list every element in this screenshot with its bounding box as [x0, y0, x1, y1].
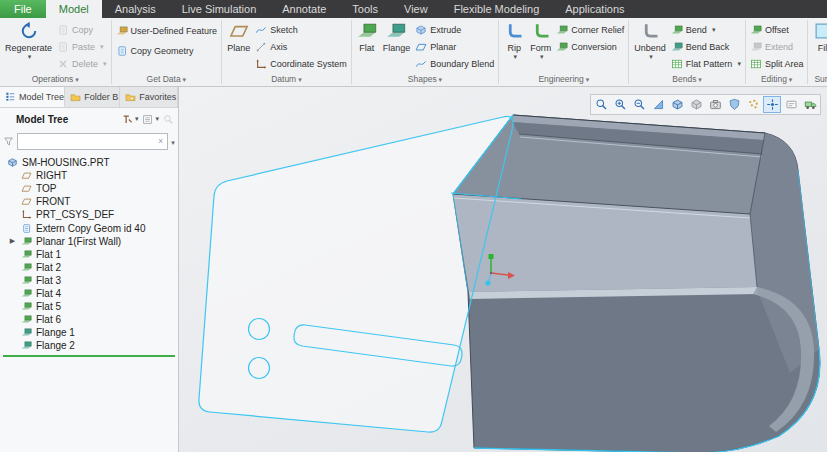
graphics-area[interactable]: [179, 87, 827, 452]
annotation-display-button[interactable]: [782, 96, 800, 113]
bend-back-button[interactable]: Bend Back: [669, 38, 743, 55]
flat-button[interactable]: Flat: [354, 19, 380, 53]
tree-row-flange-2[interactable]: Flange 2: [0, 339, 178, 352]
flat-pattern-button[interactable]: Flat Pattern: [669, 55, 743, 72]
group-label-bends[interactable]: Bends: [631, 74, 743, 86]
tree-search-button[interactable]: [163, 114, 174, 125]
group-label-operations[interactable]: Operations: [2, 74, 109, 86]
extrude-button[interactable]: Extrude: [413, 21, 496, 38]
delete-button[interactable]: Delete: [55, 55, 109, 72]
tree-row-flat-6[interactable]: Flat 6: [0, 313, 178, 326]
tree-row-flat-4[interactable]: Flat 4: [0, 287, 178, 300]
tree-row-csys[interactable]: PRT_CSYS_DEF: [0, 208, 178, 221]
tree-settings-button[interactable]: [122, 114, 139, 125]
group-get-data: User-Defined Feature Copy Geometry Get D…: [112, 18, 222, 86]
rip-button[interactable]: Rip: [501, 19, 527, 61]
spin-center-icon: [766, 98, 779, 111]
capture-button[interactable]: [706, 96, 724, 113]
model-canvas[interactable]: [179, 87, 827, 452]
triad-z-axis: [485, 280, 490, 285]
tree-filter-input[interactable]: [20, 135, 156, 148]
group-label-editing[interactable]: Editing: [748, 74, 806, 86]
tab-applications[interactable]: Applications: [552, 0, 637, 18]
filter-clear-icon[interactable]: ×: [156, 136, 165, 146]
datum-display-button[interactable]: [744, 96, 762, 113]
annotation-display-icon: [785, 98, 798, 111]
tree-row-part[interactable]: SM-HOUSING.PRT: [0, 156, 178, 169]
saved-views-button[interactable]: [687, 96, 705, 113]
refit-button[interactable]: [649, 96, 667, 113]
conversion-button[interactable]: Conversion: [554, 38, 626, 55]
plane-button[interactable]: Plane: [224, 19, 253, 53]
flange-feature-icon: [21, 340, 32, 351]
flat-feature-icon: [21, 301, 32, 312]
tab-favorites[interactable]: Favorites: [120, 87, 178, 107]
tree-row-top[interactable]: TOP: [0, 182, 178, 195]
zoom-region-icon: [595, 98, 608, 111]
group-label-datum[interactable]: Datum: [224, 74, 349, 86]
tab-annotate[interactable]: Annotate: [269, 0, 339, 18]
tree-row-right[interactable]: RIGHT: [0, 169, 178, 182]
user-defined-feature-button[interactable]: User-Defined Feature: [114, 21, 220, 41]
insert-here-indicator[interactable]: [3, 355, 175, 357]
unbend-button[interactable]: Unbend: [631, 19, 669, 61]
datum-plane-icon: [21, 170, 32, 181]
simulation-display-button[interactable]: [801, 96, 819, 113]
view-manager-button[interactable]: [725, 96, 743, 113]
boundary-blend-button[interactable]: Boundary Blend: [413, 55, 496, 72]
tab-flexible-modeling[interactable]: Flexible Modeling: [441, 0, 553, 18]
extend-button[interactable]: Extend: [748, 38, 806, 55]
display-style-button[interactable]: [668, 96, 686, 113]
view-manager-icon: [728, 98, 741, 111]
copy-geometry-button[interactable]: Copy Geometry: [114, 41, 220, 61]
tab-live-simulation[interactable]: Live Simulation: [169, 0, 270, 18]
tab-tools[interactable]: Tools: [339, 0, 391, 18]
form-icon: [531, 21, 551, 41]
axis-button[interactable]: Axis: [253, 38, 349, 55]
sketch-button[interactable]: Sketch: [253, 21, 349, 38]
flat-pattern-icon: [671, 58, 683, 70]
tree-row-flat-3[interactable]: Flat 3: [0, 274, 178, 287]
zoom-in-button[interactable]: [611, 96, 629, 113]
tree-row-flat-5[interactable]: Flat 5: [0, 300, 178, 313]
offset-button[interactable]: Offset: [748, 21, 806, 38]
expand-arrow[interactable]: ▶: [8, 237, 17, 245]
tab-view[interactable]: View: [391, 0, 441, 18]
bend-button[interactable]: Bend: [669, 21, 743, 38]
tab-analysis[interactable]: Analysis: [102, 0, 169, 18]
tab-model[interactable]: Model: [46, 0, 102, 18]
corner-relief-button[interactable]: Corner Relief: [554, 21, 626, 38]
form-button[interactable]: Form: [527, 19, 554, 61]
tree-row-extern-copy-geom[interactable]: Extern Copy Geom id 40: [0, 221, 178, 234]
group-label-surface[interactable]: Surface: [810, 74, 827, 86]
group-datum: Plane Sketch Axis Coordinate System Datu…: [222, 18, 351, 86]
tree-row-flange-1[interactable]: Flange 1: [0, 326, 178, 339]
spin-center-button[interactable]: [763, 96, 781, 113]
zoom-out-icon: [633, 98, 646, 111]
tree-row-flat-1[interactable]: Flat 1: [0, 248, 178, 261]
split-area-button[interactable]: Split Area: [748, 55, 806, 72]
group-label-get-data[interactable]: Get Data: [114, 74, 220, 86]
simulation-display-icon: [804, 98, 817, 111]
tree-show-button[interactable]: [142, 114, 159, 125]
group-label-engineering[interactable]: Engineering: [501, 74, 626, 86]
file-menu[interactable]: File: [0, 0, 46, 18]
bend-icon: [671, 24, 683, 36]
filter-dropdown-icon[interactable]: [171, 136, 175, 147]
sheet-metal-housing-model[interactable]: [453, 115, 820, 452]
tree-row-flat-2[interactable]: Flat 2: [0, 261, 178, 274]
zoom-region-button[interactable]: [592, 96, 610, 113]
tab-folder-browser[interactable]: Folder B: [65, 87, 120, 107]
tree-row-front[interactable]: FRONT: [0, 195, 178, 208]
fill-button[interactable]: Fill: [810, 19, 827, 53]
coordinate-system-button[interactable]: Coordinate System: [253, 55, 349, 72]
zoom-out-button[interactable]: [630, 96, 648, 113]
flange-button[interactable]: Flange: [380, 19, 414, 53]
tree-row-planar-1[interactable]: ▶ Planar 1(First Wall): [0, 235, 178, 248]
tab-model-tree[interactable]: Model Tree: [0, 87, 65, 107]
planar-button[interactable]: Planar: [413, 38, 496, 55]
regenerate-button[interactable]: Regenerate: [2, 19, 55, 61]
paste-button[interactable]: Paste: [55, 38, 109, 55]
group-label-shapes[interactable]: Shapes: [354, 74, 497, 86]
copy-button[interactable]: Copy: [55, 21, 109, 38]
